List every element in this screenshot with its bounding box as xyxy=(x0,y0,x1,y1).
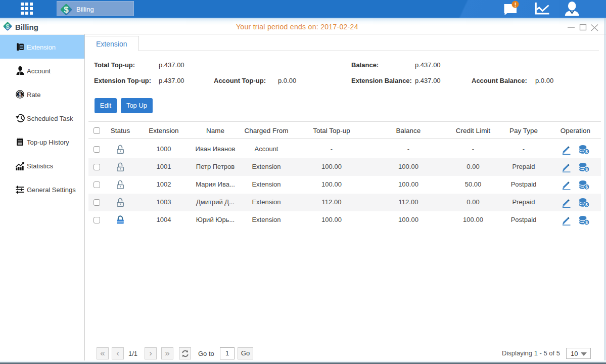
svg-text:$: $ xyxy=(585,185,588,190)
svg-text:$: $ xyxy=(19,92,22,98)
svg-text:$: $ xyxy=(585,167,588,172)
svg-text:$: $ xyxy=(64,5,69,15)
svg-text:$: $ xyxy=(585,220,588,225)
svg-text:$: $ xyxy=(6,23,10,30)
svg-text:$: $ xyxy=(585,149,588,154)
svg-text:!: ! xyxy=(515,2,517,8)
svg-text:$: $ xyxy=(585,202,588,207)
